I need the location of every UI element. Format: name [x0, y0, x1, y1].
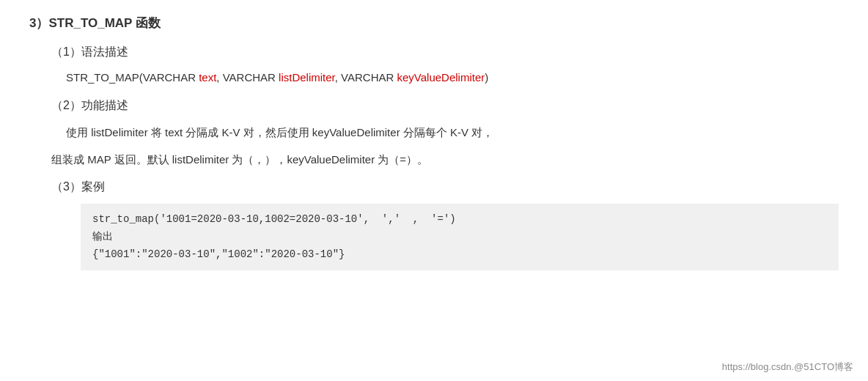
watermark: https://blog.csdn.@51CTO博客	[722, 360, 853, 374]
code-block: str_to_map('1001=2020-03-10,1002=2020-03…	[81, 204, 839, 270]
syntax-mid2: , VARCHAR	[335, 71, 397, 84]
code-line1: str_to_map('1001=2020-03-10,1002=2020-03…	[92, 213, 456, 225]
subsection-desc: （2）功能描述 使用 listDelimiter 将 text 分隔成 K-V …	[51, 98, 839, 169]
syntax-param2: listDelimiter	[279, 71, 335, 84]
subsection-syntax: （1）语法描述 STR_TO_MAP(VARCHAR text, VARCHAR…	[51, 45, 839, 86]
code-container: str_to_map('1001=2020-03-10,1002=2020-03…	[66, 204, 839, 270]
syntax-mid1: , VARCHAR	[216, 71, 279, 84]
desc-line1: 使用 listDelimiter 将 text 分隔成 K-V 对，然后使用 k…	[66, 122, 839, 142]
desc-line2: 组装成 MAP 返回。默认 listDelimiter 为（，），keyValu…	[51, 149, 839, 169]
syntax-param3: keyValueDelimiter	[397, 71, 485, 84]
subsection-example: （3）案例 str_to_map('1001=2020-03-10,1002=2…	[51, 180, 839, 270]
syntax-prefix: STR_TO_MAP(VARCHAR	[66, 71, 199, 84]
syntax-suffix: )	[485, 71, 488, 84]
syntax-param1: text	[199, 71, 216, 84]
subsection-example-title: （3）案例	[51, 180, 839, 195]
subsection-syntax-title: （1）语法描述	[51, 45, 839, 60]
code-line3: {"1001":"2020-03-10","1002":"2020-03-10"…	[92, 248, 345, 260]
syntax-definition: STR_TO_MAP(VARCHAR text, VARCHAR listDel…	[66, 69, 839, 86]
code-line2: 输出	[92, 231, 113, 243]
subsection-desc-title: （2）功能描述	[51, 98, 839, 114]
section-title: 3）STR_TO_MAP 函数	[29, 15, 839, 32]
